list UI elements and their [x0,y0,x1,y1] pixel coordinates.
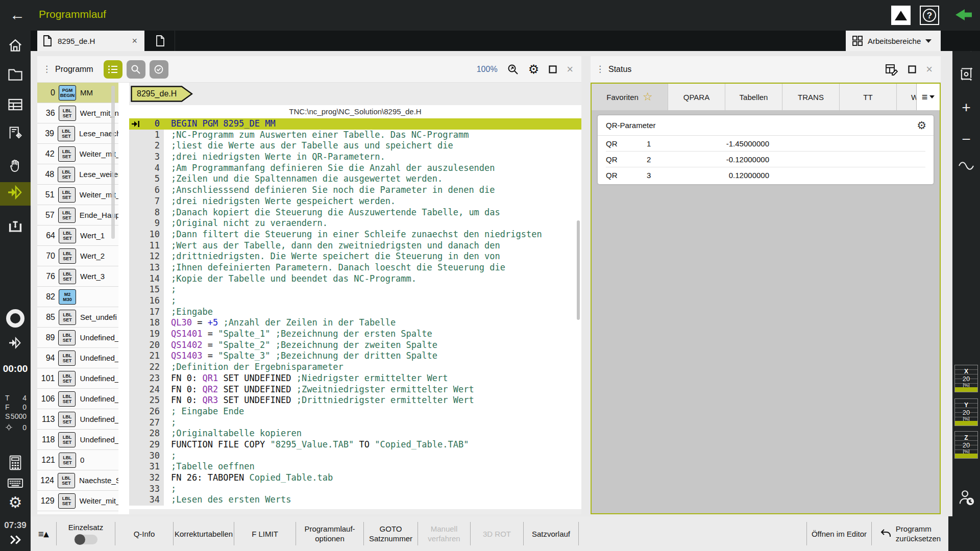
close-panel-icon[interactable]: × [926,64,933,74]
code-line[interactable]: 28;Originaltabelle kopieren [129,428,581,439]
code-line[interactable]: 32FN 26: TABOPEN Copied_Table.tab [129,472,581,484]
program-list-row[interactable]: 101LBLSETUndefined_ [37,368,118,389]
tab-overflow-menu-button[interactable]: ≡ [916,84,940,110]
calculator-icon[interactable] [0,455,31,470]
logout-arrow-icon[interactable] [953,7,974,22]
zoom-out-icon[interactable]: − [952,131,980,148]
code-line[interactable]: 26; Eingabe Ende [129,406,581,417]
code-area[interactable]: 0BEGIN PGM 8295_DE MM1;NC-Programm zum A… [129,118,581,509]
editor-vertical-scrollbar[interactable] [577,220,580,320]
tab-qpara[interactable]: QPARA [668,84,725,110]
outline-view-button[interactable] [104,60,122,79]
program-list-row[interactable]: 85LBLSETSet_undefi [37,307,118,328]
program-list-row[interactable]: 118LBLSETUndefined_ [37,430,118,450]
close-panel-icon[interactable]: × [567,64,573,74]
code-line[interactable]: 17;Eingabe [129,307,581,318]
code-line[interactable]: 16; [129,295,581,307]
program-list-row[interactable]: 82M2M30 [37,287,118,307]
program-list-row[interactable]: 121LBLSET0 [37,450,118,470]
program-list-row[interactable]: 36LBLSETWert_mit_n [37,103,118,123]
softkey-menu-button[interactable]: ≡▴ [31,528,56,540]
program-editor-icon[interactable] [0,126,31,141]
code-line[interactable]: 34;Lesen des ersten Werts [129,494,581,506]
program-list-row[interactable]: 51LBLSETWeiter_mit_ [37,185,118,205]
code-line[interactable]: 30; [129,450,581,462]
tab-new-file[interactable] [145,31,175,51]
program-list-row[interactable]: 42LBLSETWeiter_mit_ [37,144,118,164]
override-fader-z[interactable]: Z20[%] [954,431,978,459]
editor-settings-gear-icon[interactable]: ⚙ [528,62,540,77]
code-line[interactable]: 4;Am Programmanfang definieren Sie die A… [129,163,581,174]
qr-settings-gear-icon[interactable]: ⚙ [917,119,926,132]
program-list-row[interactable]: 129LBLSETWeiter_mit_ [37,491,118,511]
code-line[interactable]: 7;drei niedrigsten Werte gespeichert wer… [129,196,581,207]
tab-tt[interactable]: TT [840,84,897,110]
override-fader-y[interactable]: Y20[%] [954,398,978,426]
qr-parameter-row[interactable]: QR1-1.45000000 [606,136,925,152]
code-line[interactable]: 2;liest die Werte aus der Tabelle aus un… [129,140,581,152]
home-icon[interactable] [0,38,31,53]
button-korrekturtabellen[interactable]: Korrekturtabellen [174,516,234,551]
program-list-row[interactable]: 89LBLSETUndefined_ [37,328,118,348]
drag-handle-icon[interactable]: ⋮ [37,64,55,74]
code-line[interactable]: 25FN 0: QR3 SET UNDEFINED ;Drittniedrigs… [129,395,581,406]
qr-parameter-row[interactable]: QR2-0.12000000 [606,152,925,167]
code-line[interactable]: 27; [129,417,581,429]
expand-chevrons-icon[interactable] [0,535,31,545]
edit-status-form-icon[interactable] [885,63,898,76]
qr-parameter-row[interactable]: QR30.12000000 [606,167,925,183]
search-button[interactable] [127,60,145,79]
single-block-toggle[interactable] [74,535,97,544]
program-list-row[interactable]: 106LBLSETUndefined_ [37,389,118,409]
override-fader-x[interactable]: X20[%] [954,365,978,392]
code-line[interactable]: 18QL30 = +5 ;Anzahl der Zeilen in der Ta… [129,317,581,329]
code-line[interactable]: 12;drittniedrigsten. Die Werte speichert… [129,251,581,262]
code-line[interactable]: 33; [129,484,581,495]
tables-icon[interactable] [0,98,31,111]
button-q-info[interactable]: Q-Info [115,516,173,551]
button-programmlauf-optionen[interactable]: Programmlauf-optionen [296,516,363,551]
maximize-icon[interactable] [908,65,917,74]
code-line[interactable]: 6;Anschliesssend definieren Sie noch die… [129,185,581,196]
code-line[interactable]: 13;Ihnen defeinierten Parametern. Danach… [129,262,581,273]
back-icon[interactable]: ← [8,6,27,24]
program-run-item-active[interactable] [0,182,31,206]
program-list-row[interactable]: 70LBLSETWert_2 [37,246,118,266]
tab-favoriten[interactable]: Favoriten☆ [592,84,668,110]
file-tag[interactable]: 8295_de.H [131,86,193,102]
program-list-row[interactable]: 57LBLSETEnde_Haup [37,205,118,226]
open-in-editor-button[interactable]: Öffnen im Editor [807,516,871,551]
compare-check-button[interactable] [150,60,168,79]
files-folder-icon[interactable] [0,67,31,82]
code-line[interactable]: 20QS1402 = "Spalte_2" ;Bezeichnung der z… [129,340,581,351]
workspaces-button[interactable]: Arbeitsbereiche [846,31,941,51]
program-list-row[interactable]: 124LBLSETNaechste_S [37,470,118,491]
settings-gear-icon[interactable]: ⚙ [0,495,31,510]
manual-hand-icon[interactable] [0,158,31,173]
code-line[interactable]: 11;Wert aus der Tabelle, dann den zweitn… [129,240,581,252]
code-line[interactable]: 22;Definition der Ergebnisparameter [129,362,581,373]
code-line[interactable]: 31;Tabelle oeffnen [129,461,581,472]
code-line[interactable]: 0BEGIN PGM 8295_DE MM [129,118,581,130]
zoom-in-icon[interactable]: + [952,99,980,116]
tab-current-file[interactable]: 8295_de.H × [37,31,144,51]
code-line[interactable]: 3;drei niedrigsten Werte in QR-Parameter… [129,152,581,163]
tab-trans[interactable]: TRANS [782,84,840,110]
help-button[interactable]: ? [920,6,939,25]
code-line[interactable]: 23FN 0: QR1 SET UNDEFINED ;Niedrigster e… [129,373,581,384]
program-list-row[interactable]: 113LBLSETUndefined_ [37,409,118,430]
service-user-icon[interactable] [952,489,980,506]
code-line[interactable]: 24FN 0: QR2 SET UNDEFINED ;Zweitniedrigs… [129,384,581,395]
code-line[interactable]: 29FUNCTION FILE COPY "8295_Value.TAB" TO… [129,439,581,450]
button-goto-satznummer[interactable]: GOTOSatznummer [364,516,418,551]
workpiece-zero-icon[interactable] [952,66,980,83]
code-line[interactable]: 10;Dann filtert die Steuerung in einer S… [129,229,581,240]
code-line[interactable]: 8;Danach kopiert die Steuerung die Auszu… [129,207,581,218]
code-line[interactable]: 21QS1403 = "Spalte_3" ;Bezeichnung der d… [129,350,581,362]
program-list-row[interactable]: 76LBLSETWert_3 [37,266,118,287]
machine-icon[interactable] [0,219,31,234]
drag-handle-icon[interactable]: ⋮ [591,64,608,74]
program-list-row[interactable]: 94LBLSETUndefined_ [37,348,118,368]
code-line[interactable]: 5;Zeilen und die Spaltennamen die ausgew… [129,173,581,185]
tab-tabellen[interactable]: Tabellen [725,84,782,110]
